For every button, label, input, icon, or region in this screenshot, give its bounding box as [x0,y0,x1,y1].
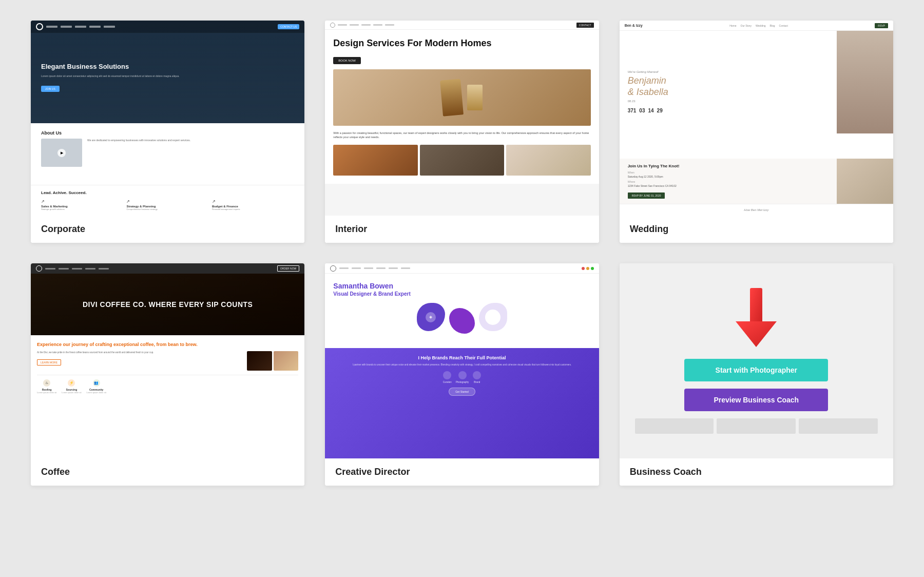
coffee-icon-community: 👥 Community Lorem ipsum dolor sit [87,379,106,394]
interior-desc: With a passion for creating beautiful, f… [333,131,590,140]
service-name-2: Photography [456,381,469,383]
wedding-rsvp-btn[interactable]: RSVP BY JUNE 01, 2020 [628,193,665,199]
play-icon[interactable]: ▶ [57,149,66,157]
interior-nav: CONTACT [325,21,599,30]
wedding-when-value: Saturday Aug 12 2020, 5:00pm [628,175,829,178]
coffee-hero: DIVI COFFEE CO. WHERE EVERY SIP COUNTS [31,274,304,335]
wedding-detail-photo [837,159,893,204]
start-photographer-button[interactable]: Start with Photographer [684,359,828,381]
creative-cta-btn[interactable]: Get Started [449,388,475,396]
nav-link [361,24,371,26]
countdown-minutes: 14 [648,108,653,113]
wedding-nav-title: Ben & Izzy [625,24,643,27]
nav-link [401,267,410,269]
svg-marker-1 [736,321,777,347]
interior-content: Design Services For Modern Homes BOOK NO… [325,30,599,184]
wedding-invite-title: Join Us In Tying The Knot! [628,164,829,169]
interior-nav-btn[interactable]: CONTACT [576,23,594,28]
nav-link [45,268,55,270]
dot-orange [586,267,589,270]
corporate-nav-btn[interactable]: CONTACT US [278,24,299,29]
wedding-invite-section: Join Us In Tying The Knot! When Saturday… [620,159,837,204]
preview-business-coach-button[interactable]: Preview Business Coach [684,389,828,411]
countdown-seconds: 29 [657,108,663,113]
nav-link [352,267,361,269]
nav-link [338,24,347,26]
corporate-about-text: We are dedicated to empowering businesse… [87,139,190,167]
wedding-when-label: When [628,171,829,174]
corporate-hero-text: Lorem ipsum dolor sit amet consectetur a… [41,74,294,79]
coffee-icon-3: 👥 [93,379,100,387]
blob-3 [479,303,507,331]
card-wedding: Ben & Izzy Home Our Story Wedding Blog C… [620,21,893,243]
countdown-num: 371 [628,108,637,113]
corporate-nav-links [46,26,115,28]
nav-link [376,267,386,269]
interior-gallery [333,145,590,176]
coffee-icon-roofing: ♨ Roofing Lorem ipsum dolor sit [37,379,56,394]
corporate-hero-btn[interactable]: JOIN US [41,86,60,92]
interior-nav-links [338,24,394,26]
card-label-business-coach: Business Coach [620,458,893,486]
countdown-num: 29 [657,108,663,113]
wedding-photo-bottom-right [837,159,893,204]
preview-tile-2 [717,418,796,434]
wedding-left-column: We're Getting Married! Benjamin& Isabell… [620,31,837,159]
coffee-body: Experience our journey of crafting excep… [31,335,304,458]
corporate-about: About Us ▶ We are dedicated to empowerin… [31,123,304,185]
creative-lower-title: I Help Brands Reach Their Full Potential [332,355,591,360]
coffee-icon-sourcing: ⚡ Sourcing Lorem ipsum dolor sit [62,379,81,394]
side-table [467,85,483,110]
coffee-icon-2: ⚡ [68,379,75,387]
nav-link: Our Story [741,24,752,27]
template-grid: CONTACT US Elegant Business Solutions Lo… [31,21,893,486]
creative-services: Curation Photography Brand [332,371,591,383]
corporate-hero-content: Elegant Business Solutions Lorem ipsum d… [41,62,294,92]
nav-link [61,26,72,28]
countdown-days: 371 [628,108,637,113]
stat-desc: Strategic growth solutions [41,208,123,210]
wedding-nav-btn[interactable]: RSVP [875,23,888,28]
creative-shape-decoration: ◈ [333,303,590,334]
arrow-icon [736,288,777,350]
nav-link: Wedding [756,24,766,27]
wedding-nav-links: Home Our Story Wedding Blog Contact [729,24,788,27]
nav-link: Blog [770,24,775,27]
nav-link: Home [729,24,736,27]
card-corporate: CONTACT US Elegant Business Solutions Lo… [31,21,304,243]
creative-service-2: Photography [456,371,469,383]
corporate-nav: CONTACT US [31,21,304,33]
coffee-link-btn[interactable]: LEARN MORE [37,359,61,366]
wedding-subtitle: We're Getting Married! [628,70,829,73]
nav-link [89,26,101,28]
preview-wedding: Ben & Izzy Home Our Story Wedding Blog C… [620,21,893,216]
corporate-hero-title: Elegant Business Solutions [41,62,294,71]
wedding-footer: How Ben Met Izzy [620,204,893,216]
corporate-about-image: ▶ [41,139,82,167]
blob-1: ◈ [417,303,445,331]
wedding-content: We're Getting Married! Benjamin& Isabell… [620,31,893,159]
corporate-about-row: ▶ We are dedicated to empowering busines… [41,139,294,167]
corporate-about-title: About Us [41,130,294,136]
interior-title: Design Services For Modern Homes [333,38,590,49]
coffee-image-2 [274,351,299,371]
coffee-nav-btn[interactable]: ORDER NOW [277,265,300,272]
coffee-content-row: At the Divi, we take pride in the finest… [37,351,298,371]
interior-btn[interactable]: BOOK NOW [333,57,361,64]
nav-link [85,268,95,270]
corporate-stats-title: Lead. Achive. Succeed. [41,190,294,195]
nav-link [46,26,57,28]
nav-link [59,268,69,270]
coffee-image-1 [247,351,272,371]
coffee-icon-desc-3: Lorem ipsum dolor sit [87,391,106,394]
stat-desc: Financial management experts [212,208,294,210]
corporate-logo [36,23,43,30]
card-coffee: ORDER NOW DIVI COFFEE CO. WHERE EVERY SI… [31,263,304,486]
blob-icon: ◈ [426,312,436,322]
coffee-hero-title: DIVI COFFEE CO. WHERE EVERY SIP COUNTS [83,300,253,309]
preview-corporate: CONTACT US Elegant Business Solutions Lo… [31,21,304,216]
nav-link [385,24,394,26]
corporate-stats-grid: ↗ Sales & Marketing Strategic growth sol… [41,199,294,210]
card-creative-director: Samantha Bowen Visual Designer & Brand E… [325,263,599,486]
creative-nav [325,263,599,274]
